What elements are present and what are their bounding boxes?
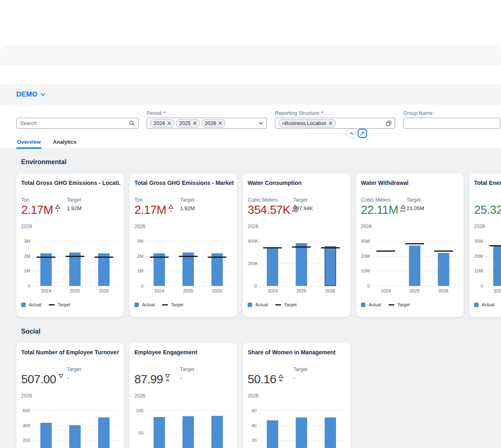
remove-token-icon[interactable] (193, 121, 197, 125)
page-title: DEMO (16, 90, 37, 99)
collapse-filter-button[interactable] (347, 129, 356, 138)
bar-2026[interactable] (211, 253, 223, 286)
page-title-menu[interactable]: DEMO (16, 90, 45, 99)
kpi-card[interactable]: Share of Women in Management50.16%Target… (243, 343, 350, 448)
filter-field-period[interactable]: 202420252026 (147, 118, 267, 129)
filter-token[interactable]: 2025 (176, 119, 200, 127)
indicator-unit: % (279, 378, 283, 382)
section-title: Social (21, 317, 501, 335)
kpi-card[interactable]: Employee Engagement87.99%Target-20261005… (130, 343, 237, 448)
y-axis-tick: 1M (21, 268, 30, 273)
bar-2[interactable] (325, 417, 336, 448)
bar-0[interactable] (40, 423, 52, 448)
triangle-icon (278, 374, 283, 378)
target-line (263, 247, 282, 248)
y-axis-tick: 400 (21, 423, 30, 428)
remove-token-icon[interactable] (218, 121, 222, 125)
kpi-target-value: 1.92M (67, 205, 81, 211)
y-axis-tick: 200 (21, 438, 30, 443)
filter-divider (309, 133, 403, 134)
kpi-value-row: 507.00 (21, 372, 64, 386)
legend-actual-swatch (21, 303, 26, 307)
filter-token[interactable]: 2026 (202, 119, 226, 127)
target-line (208, 257, 226, 258)
bar-1[interactable] (69, 425, 81, 448)
kpi-year: 2026 (21, 224, 32, 229)
bar-2[interactable] (98, 417, 110, 448)
x-axis-label: 2025 (63, 288, 87, 293)
kpi-card[interactable]: Total Gross GHG Emissions - Locati...Ton… (16, 173, 124, 317)
card-title: Total Gross GHG Emissions - Locati... (21, 180, 121, 186)
filter-field-reporting-structure[interactable]: =Business Location (275, 118, 395, 129)
chart-plot (258, 411, 345, 448)
bar-2024[interactable] (154, 253, 165, 286)
filter-input-group-name[interactable] (407, 120, 497, 126)
pin-filter-button[interactable] (358, 129, 367, 138)
remove-token-icon[interactable] (329, 121, 332, 125)
kpi-card[interactable]: Water WithdrawalCubic Meters22.11Mm3Targ… (356, 173, 464, 317)
section-environmental: EnvironmentalTotal Gross GHG Emissions -… (0, 149, 501, 317)
filter-bar: Period:*202420252026Reporting Structure:… (0, 105, 501, 138)
legend-actual-swatch (248, 303, 252, 307)
target-line (150, 257, 169, 258)
bar-2024[interactable] (267, 248, 278, 286)
bar-2025[interactable] (296, 243, 307, 286)
kpi-value-row: 50.16% (248, 372, 283, 386)
chart-legend: ActualTarget (248, 302, 297, 307)
bar-2[interactable] (211, 416, 223, 448)
kpi-value: 50.16 (248, 372, 276, 386)
kpi-card[interactable]: Total Energ25.32202630M20M10M02024Actual… (469, 173, 501, 317)
bar-2026[interactable] (438, 253, 449, 286)
card-title: Water Consumption (248, 180, 347, 186)
kpi-target-value: - (293, 375, 295, 381)
bar-2024[interactable] (493, 246, 501, 286)
filter-token[interactable]: 2024 (150, 119, 174, 127)
bar-chart: 600400200 (21, 411, 119, 448)
search-icon[interactable] (129, 121, 135, 126)
tab-analytics[interactable]: Analytics (52, 138, 77, 149)
kpi-target-label: Target (180, 197, 194, 203)
legend-actual-label: Actual (482, 302, 494, 307)
kpi-target-label: Target (293, 367, 308, 372)
kpi-card[interactable]: Water ConsumptionCubic Meters354.57Km3Ta… (243, 173, 350, 317)
bar-1[interactable] (296, 417, 307, 448)
kpi-value: 354.57K (248, 203, 290, 217)
kpi-value: 22.11M (361, 203, 398, 217)
y-axis-tick: 600 (21, 408, 30, 413)
y-axis-tick: 0 (474, 283, 483, 288)
chevron-down-icon[interactable] (259, 122, 263, 125)
kpi-unit-label: Ton (21, 197, 29, 203)
x-axis-label: 2025 (176, 288, 200, 293)
kpi-year: 2026 (474, 224, 485, 229)
tab-overview[interactable]: Overview (16, 138, 42, 149)
chart-plot (32, 241, 118, 286)
remove-token-icon[interactable] (167, 121, 171, 125)
filter-token[interactable]: =Business Location (279, 119, 336, 127)
bar-chart: 604020 (248, 411, 345, 448)
bar-2025[interactable] (409, 246, 420, 286)
bar-2025[interactable] (182, 253, 194, 286)
kpi-card[interactable]: Total Number of Employee Turnover507.00T… (16, 343, 124, 448)
filter-field-group-name[interactable] (403, 118, 500, 129)
bar-2026[interactable] (98, 253, 110, 286)
page-header: DEMO (0, 84, 501, 105)
legend-actual-label: Actual (29, 302, 42, 307)
bar-1[interactable] (182, 416, 194, 448)
y-axis-tick: 0 (248, 283, 257, 288)
y-axis-tick: 60 (248, 408, 257, 413)
value-help-icon[interactable] (386, 121, 391, 126)
filter-label-period: Period:* (147, 110, 165, 116)
indicator-unit: t (57, 209, 58, 213)
gridline (145, 286, 231, 286)
indicator-unit: % (166, 378, 169, 382)
bar-2025[interactable] (69, 253, 81, 286)
bar-0[interactable] (154, 417, 165, 448)
filter-search-input[interactable] (20, 120, 127, 126)
legend-actual-label: Actual (142, 302, 155, 307)
x-axis-label: 2026 (92, 288, 116, 293)
bar-2024[interactable] (40, 253, 52, 286)
bar-2026[interactable] (325, 246, 336, 286)
y-axis-tick: 50 (134, 430, 143, 435)
kpi-card[interactable]: Total Gross GHG Emissions - Market...Ton… (130, 173, 237, 317)
bar-0[interactable] (267, 420, 278, 448)
